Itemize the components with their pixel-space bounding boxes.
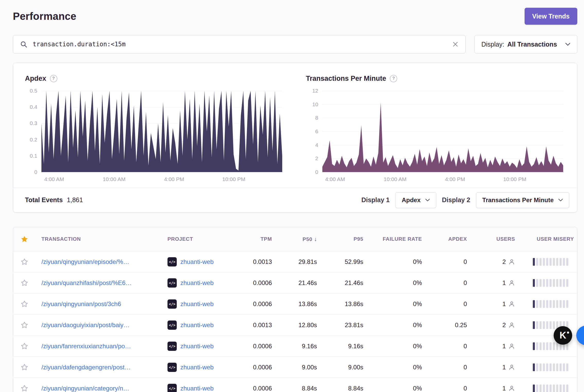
transaction-link[interactable]: /ziyuan/qingyunian/episode/%… [41, 258, 129, 265]
transaction-link[interactable]: /ziyuan/qingyunian/post/3ch6 [41, 300, 121, 307]
tpm-value: 0.0006 [236, 279, 275, 287]
misery-segment [550, 321, 552, 329]
project-link[interactable]: zhuanti-web [180, 385, 214, 392]
help-icon[interactable]: ? [390, 75, 397, 82]
y-axis: 0.50.40.30.20.10 [25, 91, 41, 172]
failure-rate-value: 0% [366, 343, 425, 350]
apdex-value: 0 [425, 258, 470, 265]
misery-segment [560, 258, 562, 266]
project-platform-icon: </> [167, 299, 177, 309]
misery-segment [539, 258, 542, 266]
help-icon[interactable]: ? [50, 75, 57, 82]
transaction-link[interactable]: /ziyuan/dafengdagengren/post… [41, 364, 131, 371]
misery-segment [563, 300, 565, 308]
transaction-link[interactable]: /ziyuan/fanrenxiuxianzhuan/po… [41, 343, 131, 350]
display2-dropdown[interactable]: Transactions Per Minute [476, 192, 569, 208]
page-title: Performance [13, 11, 76, 22]
favorites-column-header[interactable] [13, 235, 36, 243]
misery-segment [550, 363, 552, 371]
chart-title: Apdex [25, 75, 46, 83]
chevron-down-icon [425, 199, 430, 202]
transactions-table: TRANSACTION PROJECT TPM P50↓ P95 FAILURE… [13, 227, 577, 392]
user-icon [508, 343, 515, 350]
column-header-user-misery[interactable]: USER MISERY [518, 236, 577, 242]
transaction-row: /ziyuan/qingyunian/episode/%… </> zhuant… [13, 251, 577, 272]
user-icon [508, 301, 515, 307]
misery-segment [539, 385, 542, 392]
y-axis-label: 0.3 [30, 120, 37, 126]
x-axis-label: 10:00 PM [503, 176, 526, 182]
search-icon [20, 40, 28, 48]
misery-segment [543, 342, 545, 350]
chat-widget-button[interactable]: K [554, 326, 572, 345]
failure-rate-value: 0% [366, 279, 425, 287]
users-count: 2 [502, 258, 506, 265]
favorite-star-icon[interactable] [20, 363, 29, 371]
failure-rate-value: 0% [366, 258, 425, 265]
project-platform-icon: </> [167, 363, 177, 372]
column-header-apdex[interactable]: APDEX [425, 236, 470, 242]
favorite-star-icon[interactable] [20, 321, 29, 329]
favorite-star-icon[interactable] [20, 279, 29, 287]
column-header-failure-rate[interactable]: FAILURE RATE [366, 236, 425, 242]
favorite-star-icon[interactable] [20, 258, 29, 266]
project-link[interactable]: zhuanti-web [180, 258, 214, 265]
column-header-tpm[interactable]: TPM [236, 236, 275, 242]
search-bar[interactable]: transaction.duration:<15m [13, 35, 466, 54]
transaction-row: /ziyuan/fanrenxiuxianzhuan/po… </> zhuan… [13, 336, 577, 357]
chat-widget-logo: K [560, 331, 566, 340]
search-input[interactable]: transaction.duration:<15m [33, 41, 447, 48]
misery-segment [543, 279, 545, 287]
display-filter-dropdown[interactable]: Display: All Transactions [474, 35, 577, 54]
clear-search-icon[interactable] [452, 41, 459, 48]
y-axis-label: 0 [315, 169, 318, 175]
project-link[interactable]: zhuanti-web [180, 364, 214, 371]
user-misery-bar [533, 300, 568, 308]
misery-segment [536, 363, 538, 371]
misery-segment [566, 363, 568, 371]
transaction-link[interactable]: /ziyuan/qingyunian/category/n… [41, 385, 129, 392]
project-platform-icon: </> [167, 257, 177, 266]
tpm-value: 0.0006 [236, 300, 275, 308]
favorite-star-icon[interactable] [20, 384, 29, 392]
misery-segment [539, 300, 542, 308]
misery-segment [566, 385, 568, 392]
column-header-transaction[interactable]: TRANSACTION [36, 236, 162, 242]
y-axis-label: 0.4 [30, 104, 37, 110]
misery-segment [553, 385, 555, 392]
project-platform-icon: </> [167, 278, 177, 288]
users-count: 1 [502, 343, 506, 350]
transaction-link[interactable]: /ziyuan/daoguiyixian/post/baiy… [41, 322, 130, 328]
column-header-users[interactable]: USERS [470, 236, 518, 242]
users-count: 1 [502, 385, 506, 392]
column-header-p50[interactable]: P50↓ [275, 236, 320, 242]
misery-segment [563, 385, 565, 392]
p50-value: 13.86s [275, 300, 320, 308]
apdex-value: 0 [425, 343, 470, 350]
display1-dropdown[interactable]: Apdex [395, 192, 436, 208]
project-link[interactable]: zhuanti-web [180, 300, 214, 308]
project-link[interactable]: zhuanti-web [180, 322, 214, 329]
misery-segment-filled [533, 279, 535, 287]
column-header-p95[interactable]: P95 [320, 236, 366, 242]
transaction-link[interactable]: /ziyuan/quanzhifashi/post/%E6… [41, 279, 132, 286]
project-link[interactable]: zhuanti-web [180, 343, 214, 350]
misery-segment [553, 363, 555, 371]
misery-segment [553, 279, 555, 287]
apdex-value: 0 [425, 364, 470, 371]
column-header-project[interactable]: PROJECT [162, 236, 236, 242]
apdex-value: 0 [425, 385, 470, 392]
favorite-star-icon[interactable] [20, 300, 29, 308]
secondary-widget-button[interactable] [576, 326, 584, 345]
user-icon [508, 364, 515, 371]
project-link[interactable]: zhuanti-web [180, 279, 214, 287]
p50-value: 21.46s [275, 279, 320, 287]
project-platform-icon: </> [167, 320, 177, 330]
x-axis: 4:00 AM10:00 AM4:00 PM10:00 PM [322, 172, 563, 184]
favorite-star-icon[interactable] [20, 342, 29, 350]
p50-value: 12.80s [275, 322, 320, 329]
display2-value: Transactions Per Minute [482, 197, 554, 204]
view-trends-button[interactable]: View Trends [525, 8, 577, 25]
misery-segment [546, 385, 548, 392]
users-count: 1 [502, 279, 506, 287]
